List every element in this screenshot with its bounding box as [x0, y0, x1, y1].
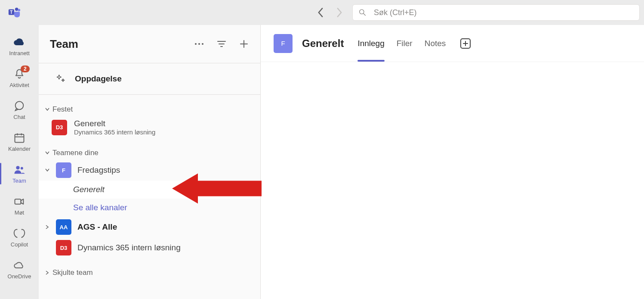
activity-badge: 2: [21, 65, 30, 72]
rail-label: Copilot: [11, 241, 28, 248]
discovery-label: Oppdagelse: [75, 74, 122, 84]
section-pinned-header[interactable]: Festet: [39, 103, 260, 116]
main-content: F Generelt Innlegg Filer Notes: [261, 25, 644, 299]
rail-item-aktivitet[interactable]: 2 Aktivitet: [0, 63, 39, 93]
search-bar[interactable]: [352, 4, 640, 21]
svg-rect-7: [15, 134, 24, 142]
filter-button[interactable]: [216, 39, 227, 49]
svg-point-2: [15, 8, 18, 11]
onedrive-icon: [13, 259, 25, 271]
team-avatar: D3: [52, 120, 67, 135]
svg-point-11: [16, 166, 19, 169]
caret-right-icon: [45, 224, 50, 230]
tab-label: Filer: [397, 39, 413, 48]
section-label: Skjulte team: [52, 268, 93, 277]
tab-filer[interactable]: Filer: [397, 25, 413, 62]
content-header: F Generelt Innlegg Filer Notes: [261, 25, 644, 62]
copilot-icon: [13, 227, 25, 240]
tab-innlegg[interactable]: Innlegg: [357, 25, 384, 62]
svg-rect-13: [15, 199, 21, 204]
channel-see-all[interactable]: Se alle kanaler: [39, 199, 260, 217]
discovery-row[interactable]: Oppdagelse: [39, 63, 260, 95]
channel-label: Se alle kanaler: [73, 203, 127, 212]
rail-label: Møt: [15, 209, 24, 216]
rail-item-team[interactable]: Team: [0, 159, 39, 189]
calendar-icon: [13, 132, 25, 144]
tab-notes[interactable]: Notes: [425, 25, 446, 62]
channel-generelt[interactable]: Generelt: [39, 181, 260, 199]
rail-label: Team: [12, 178, 26, 184]
caret-down-icon: [45, 168, 50, 173]
rail-label: Aktivitet: [9, 82, 29, 88]
more-options-button[interactable]: [194, 39, 204, 49]
people-icon: [13, 164, 25, 176]
tab-label: Notes: [425, 39, 446, 48]
title-bar: T: [0, 0, 644, 25]
rail-item-kalender[interactable]: Kalender: [0, 127, 39, 157]
nav-back-button[interactable]: [316, 8, 325, 17]
section-label: Teamene dine: [52, 149, 99, 157]
rail-label: OneDrive: [8, 273, 31, 280]
panel-title: Team: [50, 37, 78, 51]
channel-avatar: F: [274, 34, 293, 53]
svg-line-5: [364, 14, 365, 16]
search-input[interactable]: [374, 8, 633, 17]
rail-label: Intranett: [9, 50, 30, 56]
search-icon: [359, 9, 366, 16]
svg-text:T: T: [10, 10, 13, 15]
svg-point-15: [198, 43, 200, 45]
chat-icon: [13, 100, 25, 112]
tab-label: Innlegg: [357, 39, 384, 48]
svg-point-12: [21, 167, 23, 169]
team-name: AGS - Alle: [77, 222, 117, 232]
rail-item-copilot[interactable]: Copilot: [0, 222, 39, 252]
svg-point-4: [360, 9, 364, 14]
rail-label: Chat: [13, 114, 25, 120]
sparkle-icon: [56, 74, 65, 84]
video-icon: [13, 196, 25, 208]
section-hidden-teams-header[interactable]: Skjulte team: [39, 266, 260, 280]
plus-icon: [463, 41, 468, 46]
svg-point-16: [202, 43, 203, 45]
teams-panel: Team Oppdagelse Festet D3: [39, 25, 261, 299]
caret-down-icon: [45, 150, 50, 156]
team-name: Fredagstips: [77, 165, 120, 175]
nav-forward-button[interactable]: [335, 8, 344, 17]
team-avatar: AA: [56, 219, 71, 235]
section-your-teams-header[interactable]: Teamene dine: [39, 146, 260, 160]
svg-point-3: [18, 9, 20, 12]
channel-title: Generelt: [302, 37, 344, 50]
rail-item-chat[interactable]: Chat: [0, 95, 39, 125]
section-label: Festet: [52, 105, 73, 114]
channel-label: Generelt: [73, 185, 105, 194]
team-row-dynamics365[interactable]: D3 Dynamics 365 intern løsning: [39, 237, 260, 258]
rail-label: Kalender: [8, 146, 31, 152]
svg-point-14: [195, 43, 197, 45]
add-tab-button[interactable]: [460, 38, 471, 49]
cloud-icon: [13, 36, 25, 48]
pinned-title: Generelt: [74, 119, 155, 128]
team-row-ags-alle[interactable]: AA AGS - Alle: [39, 217, 260, 237]
team-name: Dynamics 365 intern løsning: [77, 243, 181, 252]
rail-item-onedrive[interactable]: OneDrive: [0, 254, 39, 284]
svg-point-6: [15, 101, 24, 109]
teams-logo-icon: T: [8, 6, 21, 19]
team-avatar: F: [56, 162, 71, 178]
create-team-button[interactable]: [239, 39, 249, 49]
pinned-channel-generelt[interactable]: D3 Generelt Dynamics 365 intern løsning: [39, 116, 260, 138]
rail-item-mot[interactable]: Møt: [0, 190, 39, 221]
rail-item-intranett[interactable]: Intranett: [0, 31, 39, 61]
app-rail: Intranett 2 Aktivitet Chat Kalender Team: [0, 25, 39, 299]
caret-right-icon: [45, 270, 50, 275]
caret-down-icon: [45, 107, 50, 112]
pinned-subtitle: Dynamics 365 intern løsning: [74, 128, 155, 136]
team-avatar: D3: [56, 240, 71, 255]
